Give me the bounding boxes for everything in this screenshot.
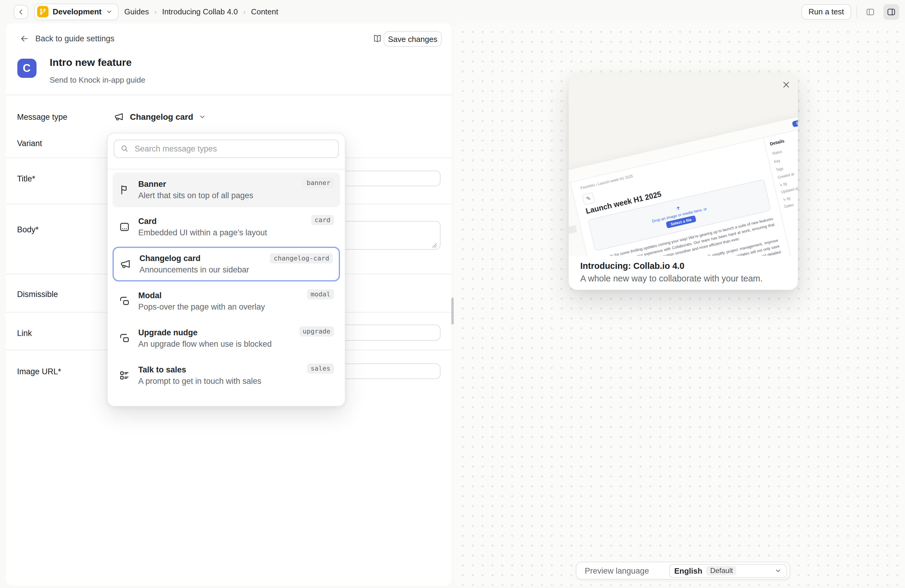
option-banner[interactable]: Banner Alert that sits on top of all pag…	[113, 172, 340, 207]
changelog-preview-card: Share Collab.io ⌄HomeInboxFavorites ⌄202…	[568, 74, 797, 290]
message-type-options: Banner Alert that sits on top of all pag…	[113, 172, 340, 395]
chevron-right-icon: ›	[154, 8, 157, 16]
panel-left-icon	[865, 7, 875, 16]
chevron-right-icon: ›	[243, 8, 246, 16]
preview-language-select[interactable]: English Default	[669, 564, 787, 577]
megaphone-icon	[120, 258, 132, 270]
chevron-down-icon	[106, 8, 112, 15]
link-field-label: Link	[17, 329, 32, 338]
option-key-badge: banner	[303, 178, 334, 188]
language-value: English	[674, 566, 702, 575]
docs-book-icon[interactable]	[372, 33, 383, 44]
option-upgrade-nudge[interactable]: Upgrade nudge An upgrade flow when use i…	[113, 321, 340, 355]
modal-icon	[119, 295, 130, 307]
git-branch-icon	[37, 6, 49, 17]
mock-share-button: Share	[792, 118, 797, 127]
dismissible-label: Dismissible	[17, 290, 58, 299]
message-type-label: Message type	[17, 113, 67, 122]
preview-card-text: Introducing: Collab.io 4.0 A whole new w…	[568, 255, 797, 290]
editor-panel: Back to guide settings Save changes C In…	[6, 23, 451, 586]
app-window: Development Guides › Introducing Collab …	[0, 0, 905, 588]
breadcrumb-guides[interactable]: Guides	[124, 7, 149, 16]
divider	[856, 5, 857, 18]
variant-label: Variant	[17, 139, 42, 148]
preview-image-area: Share Collab.io ⌄HomeInboxFavorites ⌄202…	[568, 74, 797, 255]
card-icon	[119, 221, 130, 233]
breadcrumb: Guides › Introducing Collab 4.0 › Conten…	[124, 7, 278, 16]
option-talk-to-sales[interactable]: Talk to sales A prompt to get in touch w…	[113, 358, 340, 393]
option-title: Card	[138, 216, 311, 226]
toggle-left-panel-button[interactable]	[862, 4, 878, 19]
message-type-value: Changelog card	[130, 112, 193, 122]
option-key-badge: upgrade	[299, 326, 334, 336]
mock-pen-icon: ✎	[582, 192, 595, 205]
toggle-right-panel-button[interactable]	[883, 4, 899, 19]
page-title: Intro new feature	[50, 57, 132, 69]
history-back-button[interactable]	[14, 5, 28, 19]
title-field-label: Title*	[17, 174, 35, 183]
guide-avatar: C	[17, 59, 36, 78]
preview-language-label: Preview language	[585, 566, 669, 575]
image-url-field-label: Image URL*	[17, 367, 61, 376]
environment-switcher[interactable]: Development	[34, 3, 118, 20]
preview-language-bar: Preview language English Default	[576, 562, 790, 580]
environment-label: Development	[53, 7, 102, 16]
message-type-select[interactable]: Changelog card	[114, 111, 206, 122]
option-title: Upgrade nudge	[138, 327, 299, 337]
option-description: A prompt to get in touch with sales	[138, 376, 307, 386]
form-list-icon	[119, 369, 130, 381]
body-field-label: Body*	[17, 225, 39, 234]
option-title: Modal	[138, 290, 307, 300]
option-key-badge: card	[311, 215, 334, 225]
message-type-dropdown: Banner Alert that sits on top of all pag…	[107, 133, 345, 406]
preview-panel: Share Collab.io ⌄HomeInboxFavorites ⌄202…	[454, 23, 905, 586]
page-subtitle: Send to Knock in-app guide	[50, 75, 145, 84]
option-title: Talk to sales	[138, 364, 307, 375]
option-card[interactable]: Card Embedded UI within a page’s layout …	[113, 209, 340, 244]
panel-right-icon	[886, 7, 896, 16]
option-description: Pops-over the page with an overlay	[138, 302, 307, 311]
chevron-down-icon	[199, 113, 206, 120]
upgrade-window-icon	[119, 332, 130, 344]
option-key-badge: modal	[307, 289, 334, 299]
message-type-search[interactable]	[114, 139, 339, 158]
chevron-left-icon	[17, 8, 25, 15]
divider	[6, 95, 451, 95]
back-to-guide-settings[interactable]: Back to guide settings	[20, 34, 114, 43]
language-default-badge: Default	[707, 566, 737, 575]
preview-card-title: Introducing: Collab.io 4.0	[580, 261, 786, 270]
breadcrumb-content[interactable]: Content	[251, 7, 278, 16]
flag-icon	[119, 184, 130, 195]
back-to-guide-settings-label: Back to guide settings	[35, 34, 114, 43]
save-changes-button[interactable]: Save changes	[384, 31, 442, 47]
option-modal[interactable]: Modal Pops-over the page with an overlay…	[113, 283, 340, 318]
topbar: Development Guides › Introducing Collab …	[0, 0, 905, 23]
chevron-down-icon	[774, 567, 781, 574]
option-key-badge: changelog-card	[270, 253, 333, 263]
scrollbar-thumb[interactable]	[451, 297, 454, 324]
search-input[interactable]	[133, 143, 332, 154]
megaphone-icon	[114, 111, 124, 122]
option-description: Announcements in our sidebar	[140, 264, 270, 275]
close-icon[interactable]	[781, 80, 791, 89]
option-description: Alert that sits on top of all pages	[138, 190, 303, 200]
breadcrumb-guide-name[interactable]: Introducing Collab 4.0	[162, 7, 238, 16]
upload-arrow-icon	[674, 205, 681, 211]
preview-card-subtitle: A whole new way to collaborate with your…	[580, 273, 786, 283]
search-icon	[120, 144, 129, 153]
arrow-left-icon	[20, 34, 29, 43]
option-changelog-card[interactable]: Changelog card Announcements in our side…	[113, 246, 340, 281]
option-description: Embedded UI within a page’s layout	[138, 227, 311, 237]
option-key-badge: sales	[307, 363, 334, 373]
run-a-test-button[interactable]: Run a test	[801, 4, 851, 19]
divider	[108, 168, 345, 169]
option-title: Banner	[138, 179, 303, 189]
option-title: Changelog card	[140, 253, 270, 263]
option-description: An upgrade flow when use is blocked	[138, 338, 299, 349]
mock-app-screenshot: Share Collab.io ⌄HomeInboxFavorites ⌄202…	[568, 110, 797, 255]
